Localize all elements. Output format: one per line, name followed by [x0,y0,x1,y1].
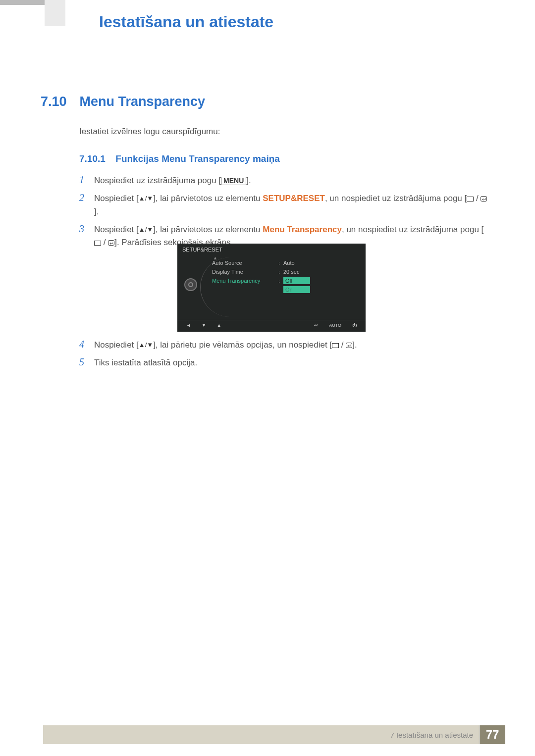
osd-footer: ◄ ▼ ▲ ↩ AUTO ⏻ [177,320,366,330]
text: ]. [94,207,99,216]
subsection-title: Funkcijas Menu Transparency maiņa [115,153,280,164]
step-number: 1 [79,174,94,186]
text: ], lai pārietu pie vēlamās opcijas, un n… [153,340,332,350]
step-body: Nospiediet uz izstrādājuma pogu [MENU]. [94,174,251,187]
enter-icon [481,196,487,202]
osd-body: ▲ Auto Source : Auto Display Time : 20 s… [177,255,366,320]
text: ]. [352,340,357,350]
step-number: 5 [79,356,94,368]
header-box [45,0,65,26]
gear-icon [184,278,197,291]
osd-value-off: Off [283,277,310,284]
osd-value: Auto [283,260,295,266]
step-2: 2 Nospiediet [▲/▼], lai pārvietotos uz e… [79,192,490,218]
osd-value: 20 sec [283,269,299,275]
osd-row: Display Time : 20 sec [206,267,366,276]
osd-title: SETUP&RESET [177,244,366,255]
source-icon [467,197,474,202]
section-title: Menu Transparency [79,94,205,109]
osd-label: Auto Source [212,260,278,266]
step-list-lower: 4 Nospiediet [▲/▼], lai pārietu pie vēla… [79,339,490,375]
menu-button-label: MENU [221,177,246,185]
section-number: 7.10 [41,94,77,109]
osd-menu: ▲ Auto Source : Auto Display Time : 20 s… [206,255,366,320]
enter-icon [108,240,114,246]
text: Nospiediet [ [94,225,139,234]
text: ], lai pārvietotos uz elementu [153,194,263,203]
up-down-arrow-icon: ▲/▼ [139,226,153,233]
colon: : [278,260,283,266]
enter-icon: ↩ [314,323,318,328]
text: , un nospiediet uz izstrādājuma pogu [ [325,194,467,203]
up-triangle-icon: ▲ [213,255,217,260]
osd-row: On [206,285,366,294]
step-number: 3 [79,223,94,235]
up-icon: ▲ [217,323,221,328]
text: , un nospiediet uz izstrādājuma pogu [ [342,225,483,234]
osd-screenshot: SETUP&RESET ▲ Auto Source : Auto Display… [177,244,366,332]
text: ]. [246,176,251,185]
step-4: 4 Nospiediet [▲/▼], lai pārietu pie vēla… [79,339,490,352]
step-number: 2 [79,192,94,203]
enter-icon [346,343,352,348]
auto-label: AUTO [329,323,341,328]
source-icon [332,343,339,348]
section-heading: 7.10 Menu Transparency [41,94,205,109]
header-accent [0,0,45,5]
footer-bar: 7 Iestatīšana un atiestate [43,725,479,744]
footer-page-number: 77 [480,725,505,744]
down-icon: ▼ [202,323,206,328]
subsection-number: 7.10.1 [79,153,106,164]
text: ], lai pārvietotos uz elementu [153,225,263,234]
osd-value-on: On [283,286,310,293]
step-1: 1 Nospiediet uz izstrādājuma pogu [MENU]… [79,174,490,187]
chapter-title: Iestatīšana un atiestate [99,13,273,31]
text: Nospiediet [ [94,194,139,203]
osd-label-active: Menu Transparency [212,278,278,284]
colon: : [278,278,283,284]
step-body: Nospiediet [▲/▼], lai pārvietotos uz ele… [94,192,490,218]
power-icon: ⏻ [352,323,357,328]
osd-row: Auto Source : Auto [206,258,366,267]
text: Nospiediet [ [94,340,139,350]
up-down-arrow-icon: ▲/▼ [139,341,153,349]
subsection-heading: 7.10.1 Funkcijas Menu Transparency maiņa [79,153,280,164]
highlight-setup-reset: SETUP&RESET [263,194,325,203]
step-5: 5 Tiks iestatīta atlasītā opcija. [79,356,490,369]
up-down-arrow-icon: ▲/▼ [139,195,153,202]
step-number: 4 [79,339,94,350]
colon: : [278,269,283,275]
step-list-upper: 1 Nospiediet uz izstrādājuma pogu [MENU]… [79,174,490,254]
osd-label: Display Time [212,269,278,275]
osd-row-selected: Menu Transparency : Off [206,276,366,285]
intro-text: Iestatiet izvēlnes logu caurspīdīgumu: [79,127,220,137]
footer-chapter-ref: 7 Iestatīšana un atiestate [390,731,473,739]
step-body: Tiks iestatīta atlasītā opcija. [94,356,197,369]
highlight-menu-transparency: Menu Transparency [263,225,342,234]
left-icon: ◄ [186,323,191,328]
source-icon [94,241,101,246]
osd-icon-column [177,255,206,320]
step-body: Nospiediet [▲/▼], lai pārietu pie vēlamā… [94,339,357,352]
text: Nospiediet uz izstrādājuma pogu [ [94,176,221,185]
